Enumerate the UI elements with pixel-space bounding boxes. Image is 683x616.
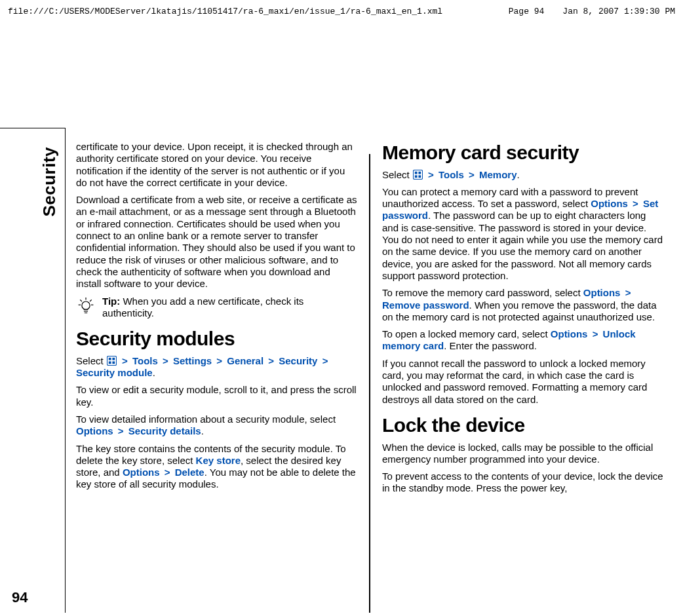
page-label: Page 94 [509, 7, 545, 16]
page: file:///C:/USERS/MODEServer/lkatajis/110… [0, 0, 683, 616]
menu-path: Select > Tools > Memory. [382, 169, 663, 181]
right-column: Memory card security Select > Tools > Me… [382, 141, 663, 613]
svg-rect-12 [415, 171, 418, 174]
app-menu-icon [413, 170, 423, 180]
svg-point-5 [82, 301, 90, 309]
menu-item: General [227, 355, 263, 366]
menu-item: Settings [173, 355, 212, 366]
menu-item: Security [279, 355, 317, 366]
menu-item: Options [551, 328, 588, 339]
left-column: certificate to your device. Upon receipt… [76, 141, 357, 613]
side-gutter: Security 94 [0, 128, 66, 613]
tip-body: When you add a new certificate, check it… [102, 296, 303, 318]
heading-memory-card-security: Memory card security [382, 141, 663, 165]
separator-icon: > [163, 355, 168, 366]
menu-item: Options [591, 198, 628, 209]
svg-rect-11 [413, 170, 422, 179]
menu-item: Memory [479, 169, 517, 180]
menu-item: Options [583, 287, 621, 298]
body-text: To view detailed information about a sec… [76, 414, 336, 425]
svg-rect-14 [415, 175, 418, 178]
print-header: file:///C:/USERS/MODEServer/lkatajis/110… [0, 7, 683, 16]
column-divider [369, 154, 370, 613]
menu-item: Remove password [382, 299, 469, 311]
label-select: Select [76, 355, 106, 366]
body-text: To view detailed information about a sec… [76, 414, 357, 438]
columns: certificate to your device. Upon receipt… [66, 128, 682, 613]
period: . [201, 425, 204, 436]
menu-item: Security details [128, 425, 201, 436]
page-number: 94 [12, 589, 28, 606]
body-text: To view or edit a security module, scrol… [76, 384, 357, 408]
body-text: To remove the memory card password, sele… [382, 287, 583, 298]
app-menu-icon [107, 356, 117, 366]
file-path: file:///C:/USERS/MODEServer/lkatajis/110… [8, 7, 442, 16]
menu-item: Delete [175, 467, 205, 478]
body-text: . Enter the password. [444, 340, 537, 351]
menu-item: Key store [196, 455, 241, 466]
svg-rect-8 [112, 358, 115, 360]
body-text: The key store contains the contents of t… [76, 443, 357, 491]
menu-item: Tools [439, 169, 464, 180]
svg-rect-10 [112, 361, 115, 364]
period: . [153, 367, 155, 378]
svg-rect-7 [109, 358, 111, 360]
separator-icon: > [268, 355, 274, 366]
period: . [517, 169, 520, 180]
section-title: Security [39, 147, 60, 217]
body-text: certificate to your device. Upon receipt… [76, 141, 357, 189]
menu-item: Tools [132, 355, 158, 366]
separator-icon: > [118, 425, 124, 436]
separator-icon: > [469, 169, 475, 180]
tip-text: Tip: When you add a new certificate, che… [102, 296, 357, 320]
body-text: When the device is locked, calls may be … [382, 442, 663, 466]
svg-rect-6 [107, 356, 116, 365]
body-text: To open a locked memory card, select Opt… [382, 328, 663, 353]
svg-rect-13 [418, 171, 421, 174]
tip-block: Tip: When you add a new certificate, che… [76, 296, 357, 320]
menu-path: Select > Tools > Settings > General > [76, 355, 357, 379]
svg-line-1 [80, 299, 82, 301]
separator-icon: > [165, 467, 170, 478]
body-text: Download a certificate from a web site, … [76, 194, 357, 290]
separator-icon: > [633, 198, 638, 209]
content-area: Security 94 certificate to your device. … [0, 128, 682, 613]
timestamp: Jan 8, 2007 1:39:30 PM [562, 7, 675, 16]
heading-lock-device: Lock the device [382, 414, 663, 438]
body-text: To prevent access to the contents of you… [382, 471, 663, 495]
menu-item: Options [76, 425, 113, 436]
lightbulb-icon [76, 297, 96, 315]
print-header-right: Page 94 Jan 8, 2007 1:39:30 PM [509, 7, 675, 16]
svg-rect-9 [109, 361, 111, 364]
body-text: To remove the memory card password, sele… [382, 287, 663, 323]
separator-icon: > [625, 287, 631, 298]
body-text: If you cannot recall the password to unl… [382, 358, 663, 406]
menu-item: Options [123, 467, 160, 478]
separator-icon: > [428, 169, 434, 180]
svg-line-2 [90, 299, 92, 301]
separator-icon: > [216, 355, 222, 366]
label-select: Select [382, 169, 412, 180]
svg-rect-15 [418, 175, 421, 178]
heading-security-modules: Security modules [76, 327, 357, 351]
tip-label: Tip: [102, 296, 123, 307]
body-text: To open a locked memory card, select [382, 328, 551, 339]
separator-icon: > [122, 355, 128, 366]
menu-item: Security module [76, 367, 153, 378]
separator-icon: > [593, 328, 598, 339]
separator-icon: > [322, 355, 328, 366]
body-text: You can protect a memory card with a pas… [382, 186, 663, 282]
